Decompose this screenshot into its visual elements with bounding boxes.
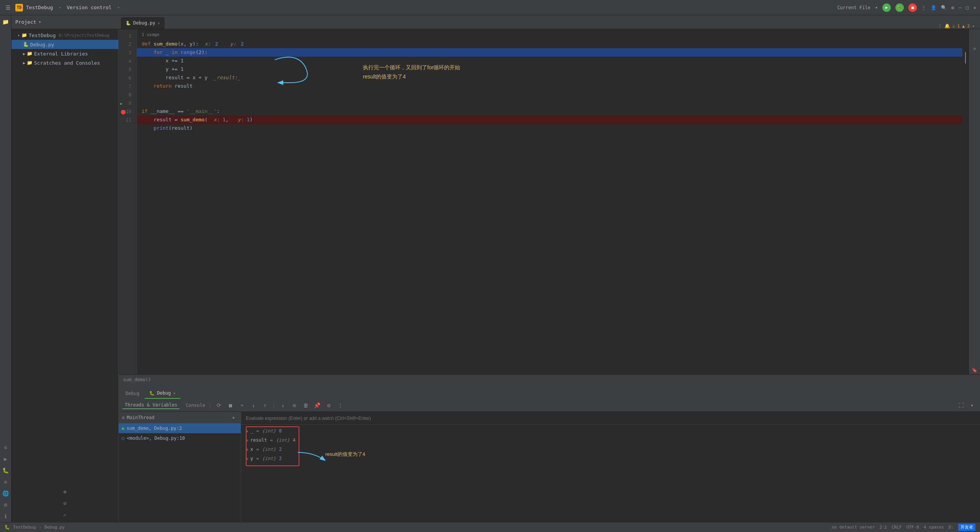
line-num-2: 2 (119, 41, 137, 49)
frame-module[interactable]: ○ <module>, Debug.py:10 (119, 433, 241, 443)
project-name[interactable]: TestDebug (26, 5, 53, 10)
status-indent[interactable]: 4 spaces (924, 525, 944, 530)
debug-side-icon[interactable]: 🐛 (2, 466, 10, 475)
status-line-ending[interactable]: CRLF (892, 525, 902, 530)
layers-icon[interactable]: ≡ (2, 478, 10, 486)
project-panel: Project ▾ ▾ 📁 TestDebug D:\Project\TestD… (11, 15, 119, 522)
expand-btn[interactable]: ⛶ (957, 401, 965, 410)
run-config-label[interactable]: Current File (837, 5, 871, 10)
eval-btn[interactable]: ≡ (290, 401, 299, 410)
plugin-icon[interactable]: ⊕ (61, 488, 69, 496)
debug-tab-close[interactable]: ✕ (173, 391, 176, 396)
chevron-down-btn[interactable]: ▾ (968, 401, 976, 410)
stop-button[interactable]: ■ (908, 3, 917, 12)
panel-bottom-buttons: ⊕ ⊙ ✓ (11, 488, 118, 522)
run-icon[interactable]: ▶ (2, 455, 10, 463)
frame-green-icon: ● (122, 426, 124, 431)
minimap-thumb (965, 52, 966, 64)
editor-toolbar-right: ⋮ 🔔 ⚠ 1 ▲ 2 ▾ (938, 23, 978, 29)
threads-variables-tab[interactable]: Threads & Variables (122, 401, 180, 409)
variables-panel: ≡ _ = {int} 0 ≡ result = {int} 4 (241, 412, 980, 522)
breakpoint-icon (121, 110, 126, 114)
frame-sum-demo[interactable]: ● sum_demo, Debug.py:2 (119, 423, 241, 433)
tab-debugpy[interactable]: 🐍 Debug.py ✕ (121, 17, 165, 29)
tree-item-ext-libs[interactable]: ▶ 📁 External Libraries (11, 49, 118, 58)
minimize-button[interactable]: — (959, 5, 961, 10)
breadcrumb-bar: sum_demo() (119, 374, 980, 384)
project-tree: ▾ 📁 TestDebug D:\Project\TestDebug 🐍 Deb… (11, 29, 118, 488)
debug-more-btn[interactable]: ⋮ (336, 401, 345, 410)
resume-btn[interactable]: ⟳ (215, 401, 223, 410)
debug-button[interactable]: 🐛 (895, 3, 904, 12)
debugpy-name: Debug.py (30, 42, 54, 47)
var-icon-2: ≡ (246, 447, 248, 452)
debug-tabs: Debug 🐛 Debug ✕ (119, 385, 980, 399)
code-line-1: def sum_demo(x, y): x: 2 y: 2 (137, 40, 962, 48)
var-value-2: 2 (279, 447, 282, 452)
run-to-cursor-btn[interactable]: ⇓ (279, 401, 287, 410)
debug-tab2-label: Debug (157, 390, 171, 396)
project-icon: TD (15, 4, 23, 11)
var-type-3: {int} (262, 456, 276, 461)
hamburger-icon[interactable]: ☰ (4, 3, 12, 12)
var-item-underscore[interactable]: ≡ _ = {int} 0 (241, 426, 980, 436)
search-icon[interactable]: 🔍 (941, 5, 947, 10)
status-encoding[interactable]: UTF-8 (906, 525, 919, 530)
var-value-3: 2 (279, 456, 282, 461)
step-out-btn[interactable]: ↑ (261, 401, 269, 410)
threads-panel: ≡ MainThread ▾ ● sum_demo, Debug.py:2 ○ … (119, 412, 241, 522)
clear-btn[interactable]: 🗑 (302, 401, 310, 410)
earth-icon[interactable]: 🌐 (2, 489, 10, 498)
tree-item-scratches[interactable]: ▶ 📁 Scratches and Consoles (11, 58, 118, 67)
code-line-8 (137, 99, 962, 107)
status-position[interactable]: 2:1 (879, 525, 887, 530)
info-icon[interactable]: ℹ (2, 512, 10, 521)
step-into-btn[interactable]: ↓ (249, 401, 258, 410)
evaluate-input[interactable] (241, 412, 980, 425)
nav-icon[interactable]: ⊙ (61, 499, 69, 508)
commit-icon[interactable]: ⊙ (2, 443, 10, 452)
var-item-result[interactable]: ≡ result = {int} 4 (241, 436, 980, 445)
line-num-10: 10 (119, 108, 137, 116)
close-button[interactable]: ✕ (973, 5, 976, 10)
folder-icon2: 📁 (27, 51, 33, 56)
var-name-3: y (250, 456, 253, 461)
vcs-label[interactable]: Version control (67, 5, 111, 10)
line-num-6: 6 (119, 74, 137, 83)
run-button[interactable]: ▶ (882, 3, 891, 12)
stop-debug-btn[interactable]: ■ (226, 401, 235, 410)
debug-settings-btn[interactable]: ⚙ (325, 401, 333, 410)
tab-debug-2[interactable]: 🐛 Debug ✕ (145, 388, 180, 399)
debug-content: ≡ MainThread ▾ ● sum_demo, Debug.py:2 ○ … (119, 412, 980, 522)
pin-btn[interactable]: 📌 (313, 401, 322, 410)
step-over-btn[interactable]: ↷ (238, 401, 246, 410)
status-right: no default server 2:1 CRLF UTF-8 4 space… (832, 524, 975, 531)
more-tabs-icon[interactable]: ⋮ (938, 23, 942, 29)
terminal-icon[interactable]: ⊞ (2, 501, 10, 509)
run-arrow-icon: ▶ (120, 101, 122, 107)
line-num-5: 5 (119, 66, 137, 74)
tree-root[interactable]: ▾ 📁 TestDebug D:\Project\TestDebug (11, 31, 118, 40)
tab-close-icon[interactable]: ✕ (158, 21, 160, 25)
tab-debug-1[interactable]: Debug (121, 388, 144, 399)
thread-dropdown-btn[interactable]: ▾ (229, 413, 238, 422)
structure-icon[interactable]: ≡ (970, 44, 979, 53)
debug-icon: 🐛 (149, 391, 155, 396)
arrow-icon2: ▶ (23, 52, 25, 56)
notifications-icon[interactable]: 🔔 (944, 23, 950, 29)
maximize-button[interactable]: □ (966, 5, 969, 10)
editor-code[interactable]: 1 usage def sum_demo(x, y): x: 2 y: 2 fo… (137, 29, 962, 374)
frame-label-1: <module>, Debug.py:10 (127, 436, 185, 441)
todo-icon[interactable]: ✓ (61, 511, 69, 519)
bookmark-icon[interactable]: 🔖 (970, 366, 979, 374)
status-file[interactable]: Debug.py (44, 525, 65, 530)
settings-icon[interactable]: ⚙ (951, 5, 954, 10)
folder-icon[interactable]: 📁 (2, 18, 10, 26)
console-tab[interactable]: Console (186, 403, 205, 408)
line-num-1: 1 (119, 32, 137, 41)
tree-item-debugpy[interactable]: 🐍 Debug.py (11, 40, 118, 49)
more-options-icon[interactable]: ⋮ (921, 5, 926, 10)
status-project[interactable]: TestDebug (13, 525, 36, 530)
folder-icon3: 📁 (27, 60, 33, 65)
profile-icon[interactable]: 👤 (931, 5, 936, 10)
